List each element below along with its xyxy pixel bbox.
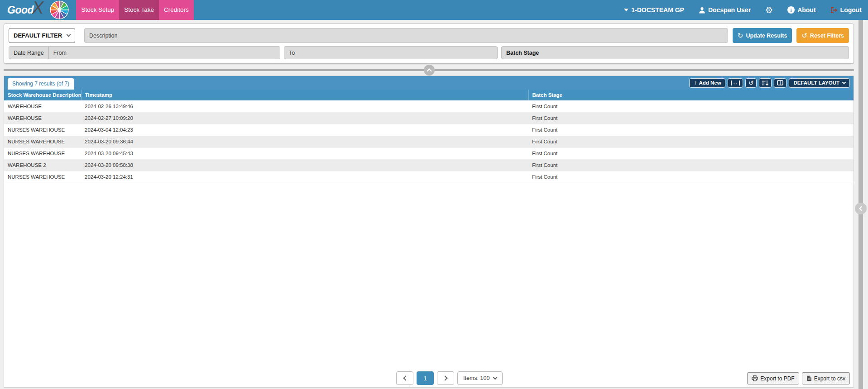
collapse-filters-handle[interactable] bbox=[424, 65, 435, 76]
arrows-horizontal-icon: ↔ bbox=[731, 81, 740, 85]
user-icon bbox=[699, 7, 705, 14]
cell-timestamp[interactable]: 2024-02-26 13:49:46 bbox=[81, 100, 528, 112]
logo-text: Good bbox=[7, 4, 34, 16]
filter-preset-select[interactable]: DEFAULT FILTER bbox=[9, 28, 75, 43]
results-toolbar: Showing 7 results (of 7) + Add New ↔ ↺ bbox=[4, 76, 854, 90]
items-per-page-select[interactable]: Items: 100 bbox=[457, 371, 503, 385]
cell-timestamp[interactable]: 2024-03-04 12:04:23 bbox=[81, 124, 528, 136]
table-row[interactable]: NURSES WAREHOUSE 2024-03-20 09:36:44 Fir… bbox=[4, 136, 854, 147]
csv-file-icon bbox=[806, 375, 812, 381]
chevron-down-icon bbox=[67, 33, 71, 37]
table-row[interactable]: WAREHOUSE 2024-02-26 13:49:46 First Coun… bbox=[4, 100, 854, 112]
sort-button[interactable] bbox=[759, 78, 772, 88]
cell-warehouse[interactable]: NURSES WAREHOUSE bbox=[4, 136, 81, 147]
cell-batch-stage[interactable]: First Count bbox=[528, 136, 854, 147]
table-row[interactable]: WAREHOUSE 2 2024-03-20 09:58:38 First Co… bbox=[4, 159, 854, 171]
table-body: WAREHOUSE 2024-02-26 13:49:46 First Coun… bbox=[4, 100, 854, 183]
cell-batch-stage[interactable]: First Count bbox=[528, 100, 854, 112]
pagination: 1 Items: 100 bbox=[396, 371, 503, 385]
collapse-sidebar-handle[interactable] bbox=[855, 203, 867, 214]
info-icon: i bbox=[787, 6, 795, 14]
main-menu: Stock Setup Stock Take Creditors bbox=[76, 0, 193, 20]
cell-timestamp[interactable]: 2024-02-27 10:09:20 bbox=[81, 112, 528, 124]
chevron-down-icon bbox=[493, 375, 498, 380]
sort-amount-icon bbox=[762, 80, 768, 86]
cell-timestamp[interactable]: 2024-03-20 09:45:43 bbox=[81, 147, 528, 159]
chevron-left-icon bbox=[859, 206, 864, 211]
right-scroll-rail[interactable] bbox=[858, 20, 863, 389]
user-menu[interactable]: Docspan User bbox=[699, 6, 751, 14]
filter-collapse-bar bbox=[4, 64, 854, 76]
next-page-button[interactable] bbox=[437, 371, 454, 385]
results-table: Stock Warehouse Description Timestamp Ba… bbox=[4, 90, 854, 183]
results-count-chip: Showing 7 results (of 7) bbox=[8, 78, 74, 90]
filter-panel: DEFAULT FILTER ↻ Update Results ↺ Reset … bbox=[4, 24, 854, 64]
plus-icon: + bbox=[693, 80, 697, 86]
nav-item-creditors[interactable]: Creditors bbox=[159, 0, 194, 20]
table-row[interactable]: NURSES WAREHOUSE 2024-03-20 12:24:31 Fir… bbox=[4, 171, 854, 183]
printer-icon bbox=[752, 375, 758, 381]
update-results-button[interactable]: ↻ Update Results bbox=[733, 28, 792, 43]
results-panel: Showing 7 results (of 7) + Add New ↔ ↺ bbox=[4, 76, 854, 388]
color-wheel-logo bbox=[50, 0, 69, 19]
table-row[interactable]: NURSES WAREHOUSE 2024-03-20 09:45:43 Fir… bbox=[4, 147, 854, 159]
rotate-left-icon: ↺ bbox=[748, 80, 754, 86]
page-number-button[interactable]: 1 bbox=[417, 371, 434, 385]
cell-batch-stage[interactable]: First Count bbox=[528, 124, 854, 136]
table-header-row: Stock Warehouse Description Timestamp Ba… bbox=[4, 90, 854, 100]
cell-timestamp[interactable]: 2024-03-20 12:24:31 bbox=[81, 171, 528, 183]
column-header-batch-stage[interactable]: Batch Stage bbox=[528, 90, 854, 100]
cell-batch-stage[interactable]: First Count bbox=[528, 147, 854, 159]
cell-warehouse[interactable]: NURSES WAREHOUSE bbox=[4, 147, 81, 159]
batch-stage-select[interactable]: Batch Stage bbox=[501, 46, 849, 59]
cell-timestamp[interactable]: 2024-03-20 09:36:44 bbox=[81, 136, 528, 147]
about-link[interactable]: i About bbox=[787, 6, 815, 14]
date-range-group: Date Range bbox=[9, 46, 280, 59]
goodx-logo: GoodX bbox=[7, 4, 43, 16]
add-new-button[interactable]: + Add New bbox=[689, 78, 725, 88]
caret-down-icon bbox=[624, 9, 628, 11]
date-from-input[interactable] bbox=[49, 47, 280, 59]
cell-warehouse[interactable]: NURSES WAREHOUSE bbox=[4, 171, 81, 183]
table-row[interactable]: NURSES WAREHOUSE 2024-03-04 12:04:23 Fir… bbox=[4, 124, 854, 136]
cell-warehouse[interactable]: WAREHOUSE bbox=[4, 100, 81, 112]
table-row[interactable]: WAREHOUSE 2024-02-27 10:09:20 First Coun… bbox=[4, 112, 854, 124]
layout-selector[interactable]: DEFAULT LAYOUT bbox=[789, 78, 850, 88]
chevron-right-icon bbox=[442, 375, 447, 380]
logout-icon bbox=[830, 7, 838, 14]
cell-batch-stage[interactable]: First Count bbox=[528, 112, 854, 124]
nav-item-stock-take[interactable]: Stock Take bbox=[119, 0, 159, 20]
description-input[interactable] bbox=[84, 28, 728, 43]
navbar: GoodX Stock Setup Stock Take Creditors 1… bbox=[0, 0, 868, 20]
prev-page-button[interactable] bbox=[396, 371, 413, 385]
column-header-warehouse[interactable]: Stock Warehouse Description bbox=[4, 90, 81, 100]
export-buttons: Export to PDF Export to csv bbox=[747, 372, 850, 384]
cell-warehouse[interactable]: NURSES WAREHOUSE bbox=[4, 124, 81, 136]
nav-item-stock-setup[interactable]: Stock Setup bbox=[76, 0, 119, 20]
entity-selector[interactable]: 1-DOCSTEAM GP bbox=[624, 6, 684, 14]
column-header-timestamp[interactable]: Timestamp bbox=[81, 90, 528, 100]
export-csv-button[interactable]: Export to csv bbox=[802, 372, 850, 384]
export-pdf-button[interactable]: Export to PDF bbox=[747, 372, 799, 384]
cell-warehouse[interactable]: WAREHOUSE bbox=[4, 112, 81, 124]
columns-icon bbox=[777, 80, 783, 85]
logout-button[interactable]: Logout bbox=[830, 6, 862, 14]
cell-warehouse[interactable]: WAREHOUSE 2 bbox=[4, 159, 81, 171]
refresh-icon: ↻ bbox=[738, 32, 743, 40]
cell-timestamp[interactable]: 2024-03-20 09:58:38 bbox=[81, 159, 528, 171]
chevron-left-icon bbox=[403, 375, 408, 380]
undo-icon: ↺ bbox=[801, 32, 807, 40]
settings-button[interactable]: ⚙ bbox=[765, 6, 773, 14]
chevron-down-icon bbox=[842, 80, 846, 84]
fit-columns-button[interactable]: ↔ bbox=[728, 78, 743, 88]
date-range-label: Date Range bbox=[9, 47, 49, 59]
columns-button[interactable] bbox=[774, 78, 786, 88]
reset-layout-button[interactable]: ↺ bbox=[745, 78, 757, 88]
gear-icon: ⚙ bbox=[765, 6, 773, 14]
reset-filters-button[interactable]: ↺ Reset Filters bbox=[796, 28, 849, 43]
chevron-up-icon bbox=[427, 68, 432, 73]
date-to-input[interactable] bbox=[284, 46, 498, 59]
cell-batch-stage[interactable]: First Count bbox=[528, 159, 854, 171]
cell-batch-stage[interactable]: First Count bbox=[528, 171, 854, 183]
